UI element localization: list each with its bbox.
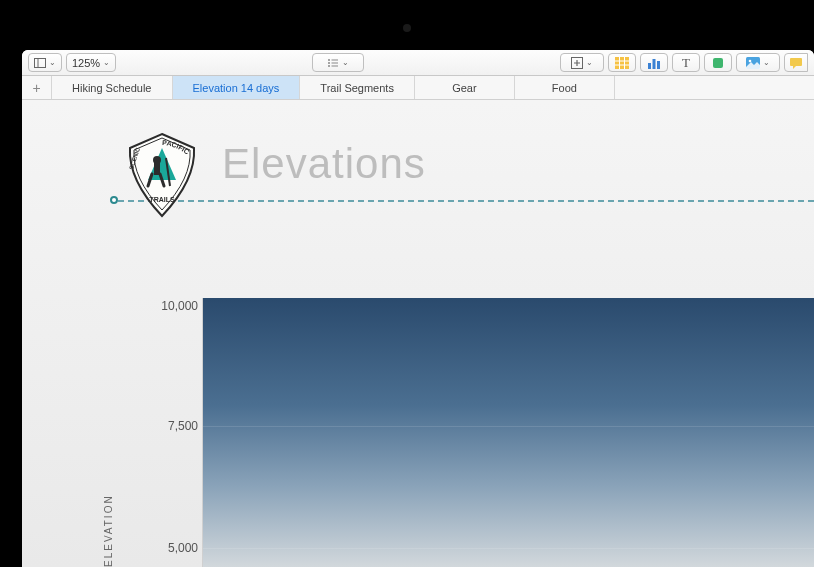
shape-icon — [712, 57, 724, 69]
insert-button[interactable]: ⌄ — [560, 53, 604, 72]
y-axis-label: ELEVATION — [103, 494, 114, 567]
svg-point-23 — [153, 156, 161, 164]
add-sheet-button[interactable]: + — [22, 76, 52, 99]
y-tick-label: 10,000 — [128, 299, 198, 313]
svg-rect-16 — [648, 63, 651, 69]
table-icon — [615, 57, 629, 69]
canvas[interactable]: PACIFIC SCENIC TRAILS Elevations 10,000 … — [22, 100, 814, 567]
elevation-chart[interactable]: 10,000 7,500 5,000 ELEVATION — [118, 298, 814, 567]
page-title: Elevations — [222, 140, 426, 188]
plus-icon: + — [32, 80, 40, 96]
chevron-down-icon: ⌄ — [49, 58, 56, 67]
svg-rect-22 — [790, 58, 802, 66]
chart-button[interactable] — [640, 53, 668, 72]
svg-point-2 — [328, 59, 330, 61]
media-button[interactable]: ⌄ — [736, 53, 780, 72]
chevron-down-icon: ⌄ — [586, 58, 593, 67]
svg-point-4 — [328, 62, 330, 64]
tab-gear[interactable]: Gear — [415, 76, 515, 99]
text-button[interactable]: T — [672, 53, 700, 72]
comment-icon — [790, 57, 802, 69]
toolbar: ⌄ 125% ⌄ ⌄ ⌄ — [22, 50, 814, 76]
tab-label: Food — [552, 82, 577, 94]
tab-label: Elevation 14 days — [193, 82, 280, 94]
list-icon — [327, 57, 339, 69]
sheet-tabs: + Hiking Schedule Elevation 14 days Trai… — [22, 76, 814, 100]
tab-hiking-schedule[interactable]: Hiking Schedule — [52, 76, 173, 99]
sidebar-layout-icon — [34, 57, 46, 69]
plot-area — [202, 298, 814, 567]
plus-box-icon — [571, 57, 583, 69]
comment-button[interactable] — [784, 53, 808, 72]
chevron-down-icon: ⌄ — [763, 58, 770, 67]
chart-icon — [647, 57, 661, 69]
shape-button[interactable] — [704, 53, 732, 72]
y-tick-label: 7,500 — [128, 419, 198, 433]
y-tick-label: 5,000 — [128, 541, 198, 555]
tab-elevation-14-days[interactable]: Elevation 14 days — [173, 76, 301, 99]
tab-trail-segments[interactable]: Trail Segments — [300, 76, 415, 99]
zoom-value: 125% — [72, 57, 100, 69]
table-button[interactable] — [608, 53, 636, 72]
svg-rect-11 — [615, 57, 629, 69]
svg-rect-19 — [713, 58, 723, 68]
svg-point-21 — [749, 59, 752, 62]
tab-food[interactable]: Food — [515, 76, 615, 99]
tab-label: Hiking Schedule — [72, 82, 152, 94]
svg-rect-18 — [657, 61, 660, 69]
list-style-button[interactable]: ⌄ — [312, 53, 364, 72]
zoom-button[interactable]: 125% ⌄ — [66, 53, 116, 72]
guide-line — [118, 200, 814, 202]
tab-label: Trail Segments — [320, 82, 394, 94]
chevron-down-icon: ⌄ — [103, 58, 110, 67]
svg-point-6 — [328, 65, 330, 67]
svg-rect-17 — [653, 59, 656, 69]
svg-text:TRAILS: TRAILS — [149, 196, 175, 203]
chevron-down-icon: ⌄ — [342, 58, 349, 67]
text-icon: T — [682, 55, 690, 71]
media-icon — [746, 57, 760, 69]
selection-handle[interactable] — [110, 196, 118, 204]
svg-rect-0 — [35, 58, 46, 67]
tab-label: Gear — [452, 82, 476, 94]
view-mode-button[interactable]: ⌄ — [28, 53, 62, 72]
trails-badge-logo: PACIFIC SCENIC TRAILS — [122, 130, 202, 220]
